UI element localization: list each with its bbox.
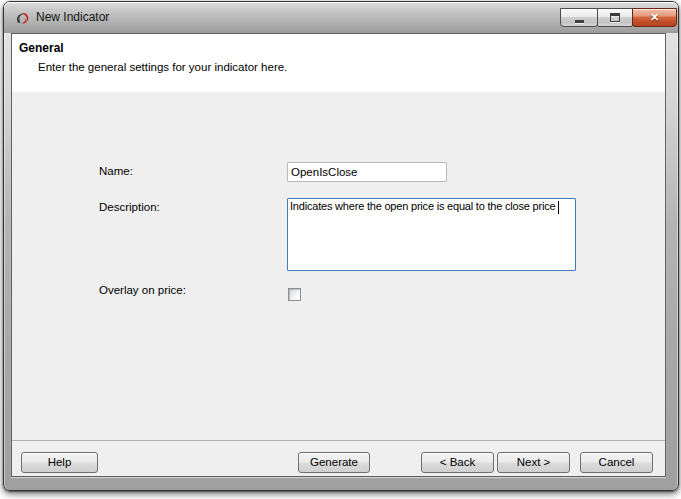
name-label: Name: [99,165,133,177]
generate-button[interactable]: Generate [298,452,370,473]
app-logo-icon [14,10,30,26]
dialog-window: New Indicator ✕ General Enter the genera… [3,1,679,491]
titlebar[interactable]: New Indicator ✕ [4,2,678,33]
page-subtitle: Enter the general settings for your indi… [38,61,287,73]
description-label: Description: [99,201,160,213]
page-title: General [19,41,64,55]
footer-separator [12,440,665,441]
overlay-on-price-label: Overlay on price: [99,284,186,296]
dialog-client-area: General Enter the general settings for y… [11,33,666,477]
caption-button-group: ✕ [560,8,677,27]
minimize-button[interactable] [560,8,598,27]
next-button[interactable]: Next > [497,452,570,473]
maximize-button[interactable] [597,8,633,27]
cancel-button[interactable]: Cancel [580,452,653,473]
text-caret [558,201,559,214]
close-button[interactable]: ✕ [632,8,677,27]
back-button[interactable]: < Back [421,452,494,473]
minimize-icon [575,20,584,23]
maximize-icon [610,13,620,22]
window-title: New Indicator [36,2,109,33]
help-button[interactable]: Help [21,452,98,473]
wizard-header: General Enter the general settings for y… [12,34,665,92]
close-icon: ✕ [650,11,659,24]
overlay-on-price-checkbox[interactable] [288,288,301,301]
description-textarea[interactable]: Indicates where the open price is equal … [287,198,576,271]
name-input[interactable] [287,162,447,182]
